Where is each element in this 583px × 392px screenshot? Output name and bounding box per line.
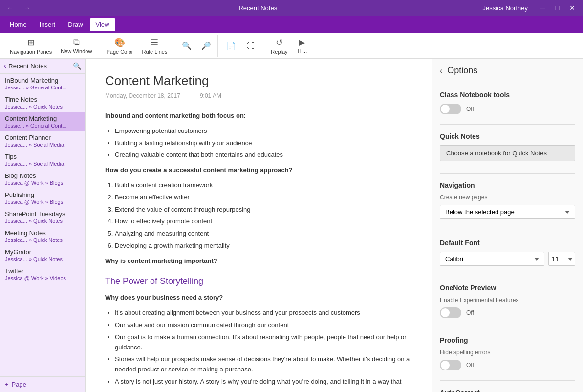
sidebar-item-publishing[interactable]: Publishing Jessica @ Work » Blogs (0, 188, 85, 207)
add-page-button[interactable]: + Page (0, 376, 85, 392)
rule-lines-icon: ☰ (151, 37, 158, 48)
note-time: 9:01 AM (200, 92, 221, 99)
sidebar-item-sub: Jessica @ Work » Videos (5, 275, 80, 281)
replay-label: Replay (271, 49, 287, 55)
sidebar-item-title: SharePoint Tuesdays (5, 210, 80, 218)
options-body: Class Notebook tools Off Quick Notes Cho… (432, 83, 583, 392)
page-color-icon: 🎨 (114, 37, 125, 48)
class-notebook-toggle-row: Off (440, 104, 575, 114)
back-button[interactable]: ← (4, 2, 17, 14)
menu-home[interactable]: Home (4, 18, 33, 31)
sidebar-item-sub: Jessica... » Quick Notes (5, 256, 80, 262)
navigation-dropdown[interactable]: Below the selected page Above the select… (440, 205, 575, 219)
new-window-icon: ⧉ (73, 37, 80, 47)
sidebar-item-mygrator[interactable]: MyGrator Jessica... » Quick Notes (0, 245, 85, 264)
sidebar-search-button[interactable]: 🔍 (73, 62, 81, 70)
note-meta: Monday, December 18, 2017 9:01 AM (105, 92, 412, 99)
sidebar-items-list: InBound Marketing Jessic... » General Co… (0, 74, 85, 376)
options-title: Options (447, 65, 477, 76)
onenote-preview-toggle[interactable] (440, 307, 461, 318)
sidebar-item-time-notes[interactable]: Time Notes Jessica... » Quick Notes (0, 93, 85, 112)
sidebar-item-title: Time Notes (5, 96, 80, 103)
minimize-button[interactable]: ─ (536, 1, 550, 15)
menu-view[interactable]: View (90, 18, 115, 31)
options-section-quick-notes: Quick Notes Choose a notebook for Quick … (440, 132, 575, 163)
onenote-preview-toggle-label: Off (466, 309, 474, 316)
menu-insert[interactable]: Insert (34, 18, 62, 31)
proofing-sub: Hide spelling errors (440, 349, 575, 356)
onenote-preview-title: OneNote Preview (440, 284, 575, 292)
sidebar-item-meeting-notes[interactable]: Meeting Notes Jessica... » Quick Notes (0, 226, 85, 245)
autocorrect-title: AutoCorrect (440, 389, 575, 392)
font-row: Calibri Arial Times New Roman Verdana 8 … (440, 252, 575, 266)
page-color-button[interactable]: 🎨 Page Color (102, 35, 137, 57)
proofing-toggle[interactable] (440, 360, 461, 370)
hide-button[interactable]: ▶ Hi... (293, 35, 311, 57)
options-section-default-font: Default Font Calibri Arial Times New Rom… (440, 239, 575, 266)
sidebar-item-sub: Jessica @ Work » Blogs (5, 199, 80, 205)
zoom-out-button[interactable]: 🔍 (177, 35, 196, 57)
note-paragraph: How do you create a successful content m… (105, 165, 412, 175)
navigation-panes-icon: ⊞ (27, 37, 35, 48)
sidebar-item-sharepoint-tuesdays[interactable]: SharePoint Tuesdays Jessica... » Quick N… (0, 207, 85, 226)
add-page-icon: + (5, 381, 9, 388)
sidebar-item-title: Blog Notes (5, 172, 80, 179)
toolbar: ⊞ Navigation Panes ⧉ New Window 🎨 Page C… (0, 33, 583, 59)
maximize-button[interactable]: □ (551, 1, 564, 15)
title-bar-nav: ← → (4, 2, 33, 14)
sidebar-item-blog-notes[interactable]: Blog Notes Jessica @ Work » Blogs (0, 169, 85, 188)
window-title: Recent Notes (33, 4, 483, 12)
sidebar-item-twitter[interactable]: Twitter Jessica @ Work » Videos (0, 264, 85, 283)
menu-draw[interactable]: Draw (62, 18, 88, 31)
sidebar-item-title: Twitter (5, 267, 80, 275)
hide-icon: ▶ (299, 38, 305, 47)
options-section-navigation: Navigation Create new pages Below the se… (440, 181, 575, 221)
sidebar-item-tips[interactable]: Tips Jessica... » Social Media (0, 150, 85, 169)
options-section-proofing: Proofing Hide spelling errors Off (440, 336, 575, 370)
proofing-toggle-row: Off (440, 360, 575, 370)
font-size-dropdown[interactable]: 8 9 10 11 12 14 16 18 (548, 252, 575, 266)
sidebar-back-button[interactable]: ‹ (4, 62, 6, 70)
note-paragraph: Why does your business need a story? (105, 293, 412, 303)
forward-button[interactable]: → (21, 2, 33, 14)
full-page-button[interactable]: ⛶ (241, 35, 260, 57)
rule-lines-button[interactable]: ☰ Rule Lines (138, 35, 171, 57)
list-item: Creating valuable content that both ente… (115, 150, 412, 160)
replay-icon: ↺ (276, 37, 283, 48)
proofing-title: Proofing (440, 336, 575, 344)
onenote-preview-toggle-row: Off (440, 307, 575, 318)
note-date: Monday, December 18, 2017 (105, 92, 180, 99)
zoom-out-icon: 🔍 (182, 41, 192, 50)
options-back-button[interactable]: ‹ (440, 66, 442, 75)
toggle-knob (441, 308, 450, 317)
replay-button[interactable]: ↺ Replay (266, 35, 292, 57)
title-bar-controls: Jessica Northey ─ □ ✕ (483, 1, 579, 15)
default-font-title: Default Font (440, 239, 575, 247)
sidebar-item-sub: Jessica... » Social Media (5, 142, 80, 148)
close-button[interactable]: ✕ (565, 1, 579, 15)
sidebar-item-content-marketing[interactable]: Content Marketing Jessic... » General Co… (0, 112, 85, 131)
class-notebook-toggle[interactable] (440, 104, 461, 114)
navigation-title: Navigation (440, 181, 575, 189)
add-page-label: Page (12, 381, 26, 388)
list-item: Stories will help our prospects make sen… (115, 354, 412, 375)
quick-notes-title: Quick Notes (440, 132, 575, 140)
zoom-in-button[interactable]: 🔎 (197, 35, 216, 57)
new-window-button[interactable]: ⧉ New Window (57, 35, 96, 57)
page-width-button[interactable]: 📄 (222, 35, 240, 57)
sidebar-item-inbound-marketing[interactable]: InBound Marketing Jessic... » General Co… (0, 74, 85, 93)
sidebar-item-content-planner[interactable]: Content Planner Jessica... » Social Medi… (0, 131, 85, 150)
choose-notebook-button[interactable]: Choose a notebook for Quick Notes (440, 145, 575, 161)
navigation-panes-button[interactable]: ⊞ Navigation Panes (6, 35, 56, 57)
sidebar-item-title: MyGrator (5, 248, 80, 256)
note-list: Empowering potential customers Building … (115, 126, 412, 160)
font-family-dropdown[interactable]: Calibri Arial Times New Roman Verdana (440, 252, 544, 266)
content-area[interactable]: Content Marketing Monday, December 18, 2… (86, 59, 432, 392)
toolbar-group-navigation: ⊞ Navigation Panes ⧉ New Window (4, 35, 98, 57)
note-ordered-list: Build a content creation framework Becom… (115, 180, 412, 251)
separator (440, 380, 575, 381)
separator (440, 231, 575, 231)
toolbar-group-view: 📄 ⛶ (220, 35, 262, 57)
options-panel: ‹ Options Class Notebook tools Off Quick… (432, 59, 583, 392)
list-item: Our goal is to make a human connection. … (115, 332, 412, 353)
